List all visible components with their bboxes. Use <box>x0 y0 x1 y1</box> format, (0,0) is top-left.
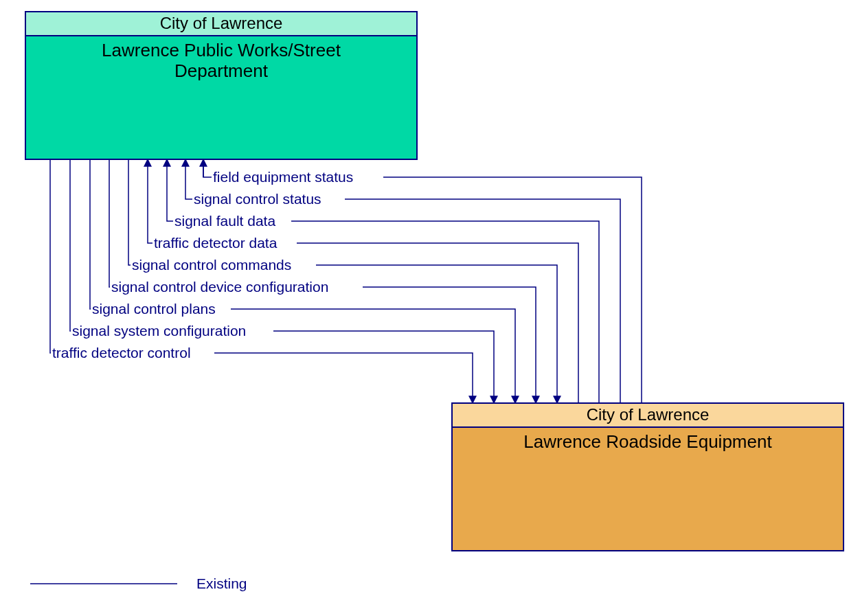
svg-text:signal system configuration: signal system configuration <box>72 323 246 339</box>
box2-header-text: City of Lawrence <box>587 405 710 424</box>
box-lawrence-public-works[interactable]: City of Lawrence Lawrence Public Works/S… <box>25 12 417 159</box>
box-lawrence-roadside-equipment[interactable]: City of Lawrence Lawrence Roadside Equip… <box>452 403 844 551</box>
flow-signal-control-device-configuration: signal control device configuration <box>109 159 536 403</box>
box1-header-text: City of Lawrence <box>160 14 283 32</box>
legend: Existing <box>30 575 247 591</box>
architecture-diagram: City of Lawrence Lawrence Public Works/S… <box>0 0 860 616</box>
svg-text:traffic detector data: traffic detector data <box>154 235 278 251</box>
svg-text:signal fault data: signal fault data <box>174 213 275 229</box>
box1-body-line1: Lawrence Public Works/Street <box>102 40 341 60</box>
svg-text:signal control plans: signal control plans <box>92 301 216 317</box>
svg-text:signal control status: signal control status <box>194 191 321 207</box>
legend-existing-label: Existing <box>196 575 247 591</box>
box2-body-line1: Lawrence Roadside Equipment <box>523 431 772 452</box>
svg-text:field equipment status: field equipment status <box>213 169 353 185</box>
box1-body-line2: Department <box>174 60 269 81</box>
svg-text:signal control device configur: signal control device configuration <box>111 279 328 295</box>
svg-text:signal control commands: signal control commands <box>132 257 291 273</box>
svg-text:traffic detector control: traffic detector control <box>52 345 191 361</box>
